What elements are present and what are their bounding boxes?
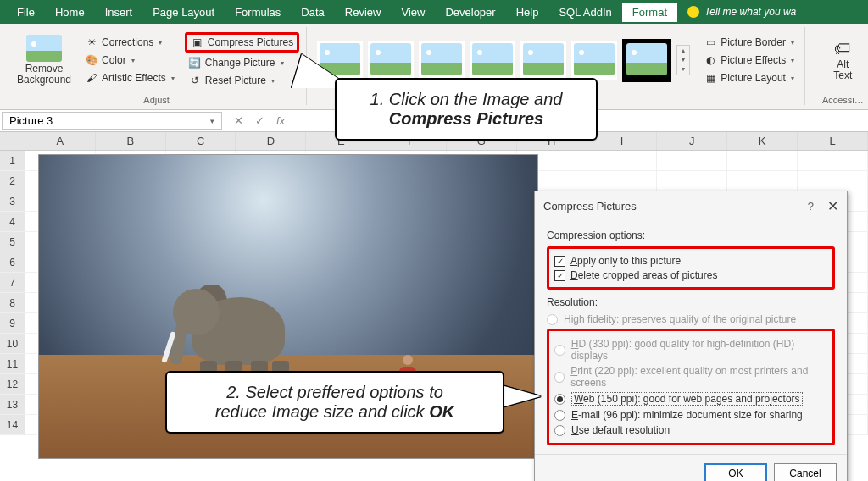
fx-icon[interactable]: fx — [276, 114, 285, 127]
row-header[interactable]: 4 — [0, 212, 25, 232]
tab-data[interactable]: Data — [291, 3, 334, 22]
style-item[interactable] — [571, 41, 617, 80]
res-default-radio[interactable]: Use default resolution — [554, 424, 827, 436]
tab-format[interactable]: Format — [622, 3, 677, 22]
remove-background-button[interactable]: Remove Background — [14, 32, 75, 88]
group-label-adjust: Adjust — [143, 93, 170, 105]
effects-label: Picture Effects — [721, 54, 786, 66]
delete-cropped-checkbox[interactable]: ✓Delete cropped areas of pictures — [554, 269, 827, 281]
style-item[interactable] — [520, 41, 566, 80]
help-icon[interactable]: ? — [808, 200, 814, 213]
cell[interactable] — [657, 171, 727, 191]
dialog-titlebar[interactable]: Compress Pictures ? ✕ — [535, 191, 847, 221]
res-web-radio[interactable]: Web (150 ppi): good for web pages and pr… — [554, 392, 827, 406]
row-header[interactable]: 10 — [0, 334, 25, 354]
cell[interactable] — [587, 151, 658, 171]
row-header[interactable]: 6 — [0, 252, 25, 273]
cell[interactable] — [727, 171, 798, 191]
res-email-radio[interactable]: E-mail (96 ppi): minimize document size … — [554, 409, 827, 421]
corrections-button[interactable]: ☀Corrections — [81, 35, 178, 50]
col-header[interactable]: J — [657, 132, 727, 150]
row-header[interactable]: 3 — [0, 191, 25, 212]
compression-options-label: Compression options: — [547, 229, 835, 241]
picture-effects-button[interactable]: ◐Picture Effects — [700, 53, 798, 68]
res-high-label: High fidelity: preserves quality of the … — [564, 313, 796, 325]
tab-insert[interactable]: Insert — [95, 3, 143, 22]
row-header[interactable]: 1 — [0, 151, 25, 171]
tell-me[interactable]: Tell me what you wa — [687, 6, 796, 18]
group-adjust: Remove Background ☀Corrections 🎨Color 🖌A… — [7, 27, 307, 105]
callout-2: 2. Select preffered options to reduce Im… — [165, 371, 504, 434]
color-button[interactable]: 🎨Color — [81, 53, 178, 68]
style-item-selected[interactable] — [622, 39, 671, 82]
style-item[interactable] — [470, 41, 515, 80]
row-header[interactable]: 13 — [0, 395, 25, 415]
lightbulb-icon — [687, 6, 699, 18]
apply-only-checkbox[interactable]: ✓AApply only to this picturepply only to… — [554, 255, 827, 267]
row-header[interactable]: 8 — [0, 293, 25, 313]
tab-sql-addin[interactable]: SQL AddIn — [548, 3, 621, 22]
border-label: Picture Border — [721, 36, 786, 48]
formula-icons: ✕ ✓ fx — [224, 110, 295, 131]
compress-pictures-button[interactable]: ▣Compress Pictures — [185, 32, 299, 53]
group-accessibility: 🏷 Alt Text Accessi… — [805, 27, 868, 105]
name-box-value: Picture 3 — [9, 114, 53, 127]
row-header[interactable]: 11 — [0, 354, 25, 374]
tab-help[interactable]: Help — [506, 3, 549, 22]
col-header[interactable]: L — [798, 132, 868, 150]
row-header[interactable]: 12 — [0, 374, 25, 395]
col-header[interactable]: C — [166, 132, 236, 150]
callout-2-ok: OK — [429, 402, 454, 421]
tab-page-layout[interactable]: Page Layout — [142, 3, 225, 22]
col-header[interactable]: A — [25, 132, 96, 150]
tab-review[interactable]: Review — [335, 3, 392, 22]
picture-layout-button[interactable]: ▦Picture Layout — [700, 70, 798, 86]
col-header[interactable]: D — [236, 132, 306, 150]
col-header[interactable]: K — [727, 132, 798, 150]
group-label-access: Accessi… — [822, 93, 864, 105]
reset-picture-button[interactable]: ↺Reset Picture — [185, 73, 299, 88]
picture-border-button[interactable]: ▭Picture Border — [700, 35, 798, 50]
ok-button[interactable]: OK — [704, 463, 767, 481]
tab-developer[interactable]: Developer — [435, 3, 505, 22]
style-item[interactable] — [368, 41, 414, 80]
cell[interactable] — [587, 171, 658, 191]
tab-formulas[interactable]: Formulas — [225, 3, 291, 22]
row-header[interactable]: 14 — [0, 415, 25, 435]
corrections-label: Corrections — [102, 36, 153, 48]
change-picture-button[interactable]: 🔄Change Picture — [185, 55, 299, 70]
gallery-expand[interactable]: ▴▾▾ — [676, 45, 690, 75]
res-print-radio: Print (220 ppi): excellent quality on mo… — [554, 365, 827, 389]
row-header[interactable]: 7 — [0, 273, 25, 293]
row-header[interactable]: 9 — [0, 313, 25, 334]
callout-1-line1: 1. Click on the Image and — [370, 90, 563, 108]
dialog-title-text: Compress Pictures — [543, 200, 637, 213]
row-header[interactable]: 5 — [0, 232, 25, 252]
callout-2-line2: reduce Image size and click — [215, 402, 429, 421]
name-box[interactable]: Picture 3 — [2, 112, 222, 130]
cancel-icon[interactable]: ✕ — [234, 114, 243, 127]
reset-label: Reset Picture — [205, 75, 266, 86]
color-label: Color — [102, 54, 126, 66]
row-header[interactable]: 2 — [0, 171, 25, 191]
col-header[interactable]: B — [96, 132, 166, 150]
compress-icon: ▣ — [191, 36, 204, 49]
tab-file[interactable]: File — [7, 3, 45, 22]
brush-icon: 🖌 — [85, 71, 98, 85]
cancel-button[interactable]: Cancel — [774, 463, 837, 481]
tab-home[interactable]: Home — [45, 3, 95, 22]
col-header[interactable]: I — [587, 132, 658, 150]
cell[interactable] — [798, 151, 868, 171]
tab-view[interactable]: View — [391, 3, 435, 22]
cell[interactable] — [798, 171, 868, 191]
border-icon: ▭ — [704, 36, 717, 49]
artistic-effects-button[interactable]: 🖌Artistic Effects — [81, 70, 178, 86]
close-icon[interactable]: ✕ — [827, 198, 838, 214]
alt-text-button[interactable]: 🏷 Alt Text — [812, 32, 868, 88]
check-icon[interactable]: ✓ — [255, 114, 264, 127]
compress-pictures-dialog: Compress Pictures ? ✕ Compression option… — [534, 191, 848, 481]
select-all-corner[interactable] — [0, 132, 25, 150]
cell[interactable] — [657, 151, 727, 171]
style-item[interactable] — [419, 41, 465, 80]
cell[interactable] — [727, 151, 798, 171]
